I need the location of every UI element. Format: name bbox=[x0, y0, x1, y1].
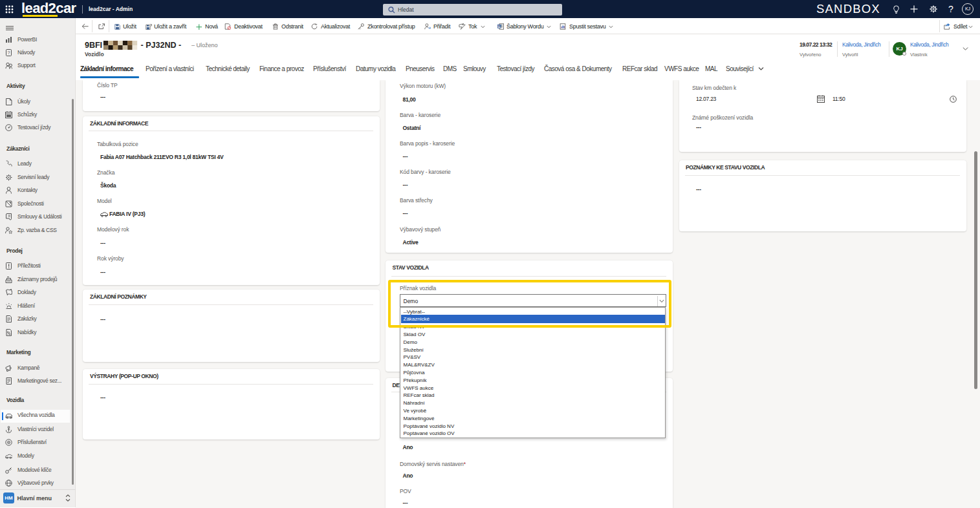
svg-text:W: W bbox=[498, 24, 501, 28]
svg-text:?: ? bbox=[8, 50, 10, 55]
